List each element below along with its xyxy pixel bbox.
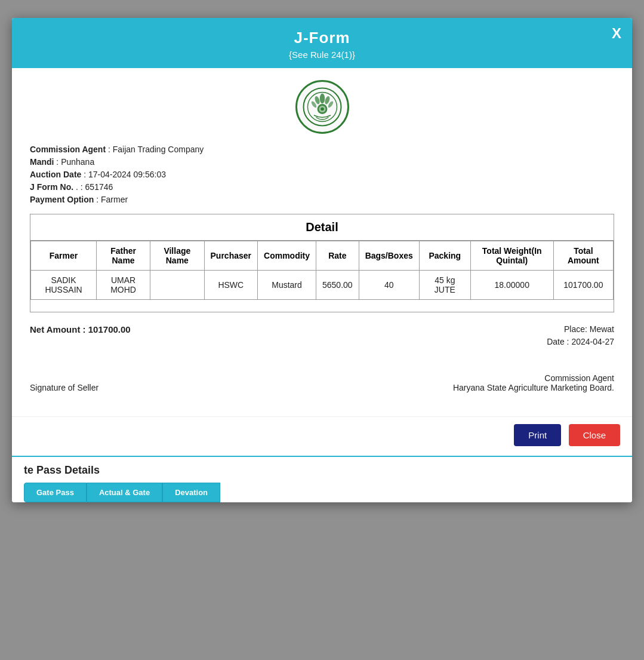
- logo-container: [30, 80, 614, 134]
- commission-agent-row: Commission Agent : Faijan Trading Compan…: [30, 145, 614, 154]
- table-cell-7: 45 kg JUTE: [419, 271, 470, 300]
- mandi-colon: :: [56, 157, 61, 167]
- modal-subtitle: {See Rule 24(1)}: [24, 50, 620, 60]
- place-row: Place: Mewat: [547, 324, 614, 334]
- place-value: Mewat: [590, 324, 614, 334]
- table-cell-0: SADIK HUSSAIN: [31, 271, 97, 300]
- svg-point-9: [321, 108, 324, 111]
- seller-signature: Signature of Seller: [30, 383, 98, 392]
- net-amount-label: Net Amount :: [30, 324, 86, 334]
- svg-point-2: [319, 94, 324, 104]
- col-packing: Packing: [419, 241, 470, 271]
- commission-agent-value: Faijan Trading Company: [113, 145, 204, 154]
- jform-no-row: J Form No. . : 651746: [30, 182, 614, 192]
- table-cell-3: HSWC: [204, 271, 257, 300]
- bottom-section: Net Amount : 101700.00 Place: Mewat Date…: [30, 324, 614, 349]
- bottom-tab[interactable]: Gate Pass: [24, 483, 87, 502]
- table-header-row: Farmer Father Name Village Name Purchase…: [31, 241, 614, 271]
- logo-svg-icon: [301, 86, 343, 128]
- jform-no-colon: . :: [76, 182, 85, 192]
- jform-no-label: J Form No.: [30, 182, 73, 192]
- agent-label: Commission Agent: [453, 373, 614, 383]
- date-value: 2024-04-27: [571, 337, 614, 346]
- bottom-tab[interactable]: Actual & Gate: [87, 483, 162, 502]
- place-date-section: Place: Mewat Date : 2024-04-27: [547, 324, 614, 349]
- modal-title: J-Form: [24, 29, 620, 47]
- mandi-row: Mandi : Punhana: [30, 157, 614, 167]
- bottom-tabs: Gate PassActual & GateDevation: [24, 483, 620, 502]
- jform-modal: J-Form {See Rule 24(1)} X: [12, 18, 632, 502]
- detail-table: Farmer Father Name Village Name Purchase…: [30, 241, 614, 300]
- signature-section: Signature of Seller Commission Agent Har…: [30, 373, 614, 392]
- col-total-weight: Total Weight(In Quintal): [470, 241, 553, 271]
- place-label: Place:: [564, 324, 587, 334]
- detail-heading: Detail: [30, 214, 614, 241]
- col-village-name: Village Name: [150, 241, 204, 271]
- col-purchaser: Purchaser: [204, 241, 257, 271]
- col-commodity: Commodity: [258, 241, 316, 271]
- payment-option-label: Payment Option: [30, 195, 94, 204]
- board-label: Haryana State Agriculture Marketing Boar…: [453, 383, 614, 392]
- table-cell-4: Mustard: [258, 271, 316, 300]
- close-button[interactable]: Close: [569, 424, 620, 446]
- bottom-tab[interactable]: Devation: [162, 483, 220, 502]
- bottom-bar-title: te Pass Details: [24, 464, 620, 477]
- bottom-bar: te Pass Details Gate PassActual & GateDe…: [12, 456, 632, 502]
- table-cell-9: 101700.00: [553, 271, 613, 300]
- mandi-value: Punhana: [61, 157, 94, 167]
- commission-agent-label: Commission Agent: [30, 145, 106, 154]
- date-row: Date : 2024-04-27: [547, 337, 614, 346]
- payment-option-row: Payment Option : Farmer: [30, 195, 614, 204]
- detail-table-wrapper: Detail Farmer Father Name Village Name P…: [30, 214, 614, 312]
- table-cell-5: 5650.00: [316, 271, 359, 300]
- info-section: Commission Agent : Faijan Trading Compan…: [30, 145, 614, 204]
- seller-signature-label: Signature of Seller: [30, 383, 98, 392]
- commission-agent-colon: :: [108, 145, 113, 154]
- col-father-name: Father Name: [97, 241, 150, 271]
- net-amount: Net Amount : 101700.00: [30, 324, 131, 334]
- modal-footer: Print Close: [12, 416, 632, 456]
- col-total-amount: Total Amount: [553, 241, 613, 271]
- auction-date-row: Auction Date : 17-04-2024 09:56:03: [30, 170, 614, 179]
- col-farmer: Farmer: [31, 241, 97, 271]
- print-button[interactable]: Print: [514, 424, 561, 446]
- col-bags-boxes: Bags/Boxes: [359, 241, 419, 271]
- payment-option-value: Farmer: [101, 195, 128, 204]
- modal-body: Commission Agent : Faijan Trading Compan…: [12, 68, 632, 416]
- agent-signature: Commission Agent Haryana State Agricultu…: [453, 373, 614, 392]
- table-cell-6: 40: [359, 271, 419, 300]
- modal-header: J-Form {See Rule 24(1)} X: [12, 18, 632, 68]
- bottom-bar-title-text: te Pass Details: [24, 464, 100, 476]
- col-rate: Rate: [316, 241, 359, 271]
- table-cell-8: 18.00000: [470, 271, 553, 300]
- table-cell-2: [150, 271, 204, 300]
- date-label: Date :: [547, 337, 569, 346]
- jform-no-value: 651746: [85, 182, 113, 192]
- org-logo: [295, 80, 349, 134]
- payment-option-colon: :: [96, 195, 101, 204]
- auction-date-value: 17-04-2024 09:56:03: [88, 170, 166, 179]
- table-cell-1: UMAR MOHD: [97, 271, 150, 300]
- modal-close-button[interactable]: X: [612, 26, 621, 41]
- mandi-label: Mandi: [30, 157, 54, 167]
- net-amount-value: 101700.00: [88, 324, 131, 334]
- auction-date-label: Auction Date: [30, 170, 81, 179]
- auction-date-colon: :: [84, 170, 88, 179]
- table-row: SADIK HUSSAINUMAR MOHDHSWCMustard5650.00…: [31, 271, 614, 300]
